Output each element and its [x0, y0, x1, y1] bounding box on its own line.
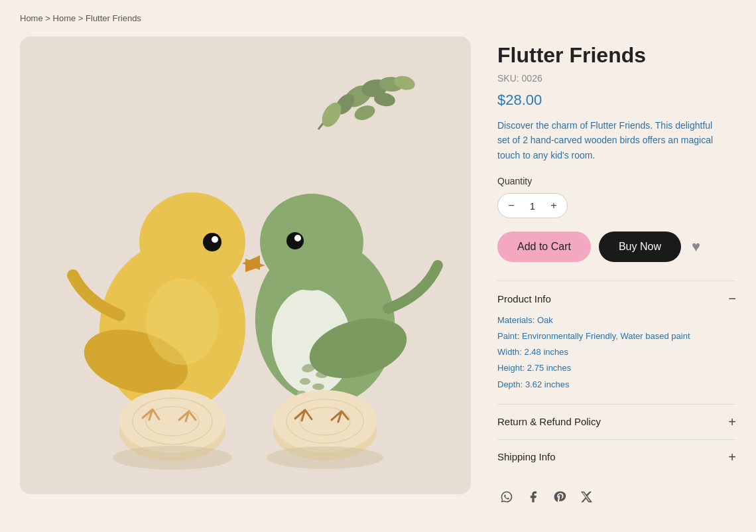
social-row — [497, 488, 736, 506]
product-info-content: Materials: Oak Paint: Environmentally Fr… — [497, 313, 736, 391]
svg-point-15 — [146, 279, 219, 365]
breadcrumb-current: Flutter Friends — [86, 13, 141, 23]
quantity-value: 1 — [521, 200, 544, 212]
add-to-cart-button[interactable]: Add to Cart — [497, 232, 591, 262]
return-policy-title: Return & Refund Policy — [497, 416, 601, 427]
pinterest-icon[interactable] — [550, 488, 569, 506]
svg-point-11 — [139, 192, 245, 292]
info-paint: Paint: Environmentally Friendly, Water b… — [497, 329, 736, 344]
info-width: Width: 2.48 inches — [497, 345, 736, 360]
svg-point-31 — [286, 232, 304, 249]
return-policy-header[interactable]: Return & Refund Policy + — [497, 415, 736, 429]
svg-point-38 — [267, 446, 383, 469]
product-details: Flutter Friends SKU: 0026 $28.00 Discove… — [497, 36, 736, 506]
svg-point-17 — [119, 389, 225, 453]
product-info-collapse-icon: − — [728, 292, 736, 305]
shipping-info-header[interactable]: Shipping Info + — [497, 450, 736, 464]
svg-point-37 — [113, 446, 232, 470]
facebook-icon[interactable] — [524, 488, 542, 506]
quantity-control: − 1 + — [497, 193, 568, 218]
return-policy-expand-icon: + — [728, 415, 736, 429]
svg-point-29 — [260, 194, 363, 291]
svg-point-24 — [300, 378, 310, 385]
svg-point-14 — [212, 236, 218, 243]
whatsapp-icon[interactable] — [497, 488, 516, 506]
info-depth: Depth: 3.62 inches — [497, 377, 736, 392]
svg-point-13 — [203, 233, 221, 251]
product-description: Discover the charm of Flutter Friends. T… — [497, 118, 723, 163]
quantity-label: Quantity — [497, 176, 736, 186]
quantity-decrease-button[interactable]: − — [502, 196, 521, 215]
product-info-title: Product Info — [497, 293, 551, 304]
product-container: Flutter Friends SKU: 0026 $28.00 Discove… — [20, 36, 736, 506]
action-row: Add to Cart Buy Now ♥ — [497, 232, 736, 262]
x-icon[interactable] — [577, 488, 596, 506]
svg-point-25 — [312, 383, 324, 390]
buy-now-button[interactable]: Buy Now — [599, 232, 681, 262]
product-sku: SKU: 0026 — [497, 73, 736, 84]
return-policy-accordion: Return & Refund Policy + — [497, 404, 736, 439]
shipping-info-title: Shipping Info — [497, 451, 556, 462]
shipping-info-accordion: Shipping Info + — [497, 439, 736, 474]
breadcrumb-home1[interactable]: Home — [20, 13, 43, 23]
shipping-info-expand-icon: + — [728, 450, 736, 464]
product-info-accordion: Product Info − Materials: Oak Paint: Env… — [497, 281, 736, 403]
info-materials: Materials: Oak — [497, 313, 736, 328]
breadcrumb: Home > Home > Flutter Friends — [20, 13, 736, 23]
info-height: Height: 2.75 inches — [497, 361, 736, 375]
svg-point-32 — [294, 235, 301, 241]
product-price: $28.00 — [497, 92, 736, 109]
product-title: Flutter Friends — [497, 43, 736, 68]
quantity-increase-button[interactable]: + — [544, 196, 563, 215]
breadcrumb-home2[interactable]: Home — [53, 13, 76, 23]
wishlist-button[interactable]: ♥ — [689, 235, 703, 258]
product-info-header[interactable]: Product Info − — [497, 292, 736, 305]
product-image — [20, 36, 471, 494]
